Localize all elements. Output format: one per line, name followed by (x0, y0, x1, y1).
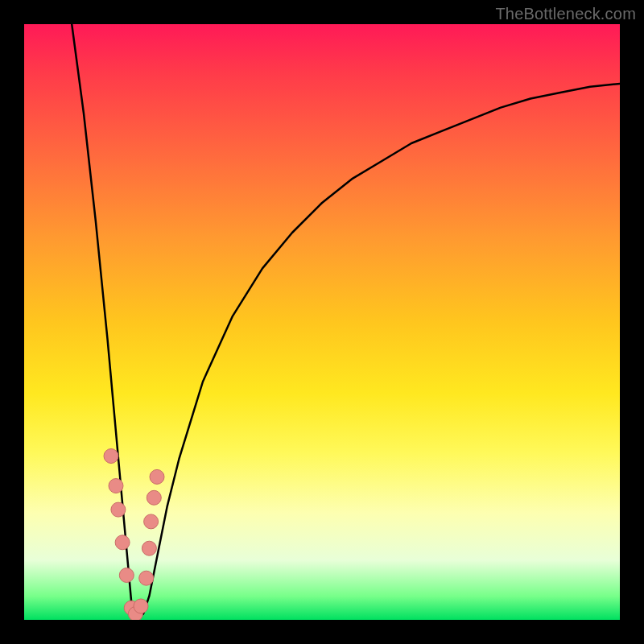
data-point-marker (142, 541, 156, 555)
attribution-text: TheBottleneck.com (495, 5, 636, 23)
data-point-marker (115, 535, 130, 550)
data-point-marker (147, 490, 161, 505)
data-point-marker (119, 568, 134, 583)
data-point-marker (144, 514, 159, 529)
data-point-marker (111, 502, 126, 517)
chart-svg (24, 24, 620, 620)
data-point-marker (109, 479, 123, 493)
data-point-marker (150, 469, 164, 484)
data-point-marker (139, 571, 154, 585)
outer-frame: TheBottleneck.com (0, 0, 644, 644)
data-point-marker (104, 449, 118, 464)
plot-area (24, 24, 620, 620)
data-point-marker (134, 599, 148, 613)
marker-layer (104, 449, 164, 621)
